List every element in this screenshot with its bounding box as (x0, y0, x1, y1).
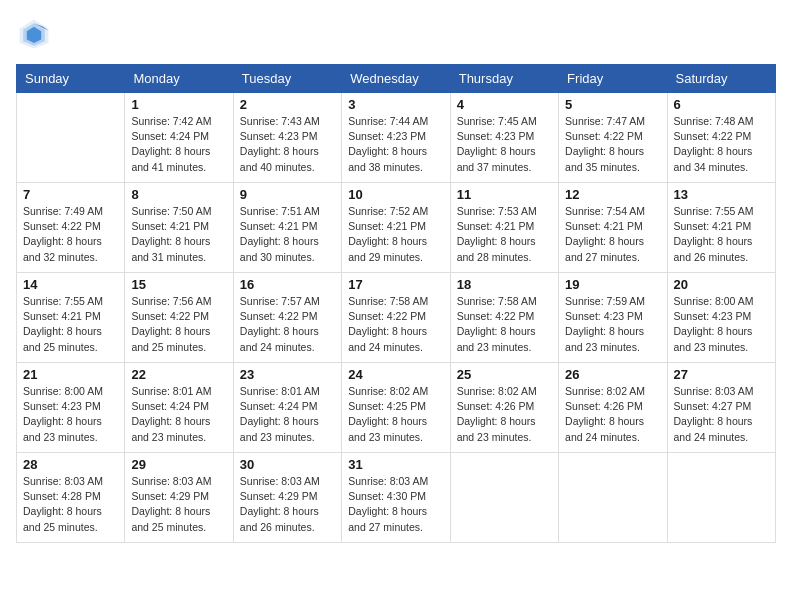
day-number: 3 (348, 97, 443, 112)
day-info: Sunrise: 8:00 AMSunset: 4:23 PMDaylight:… (674, 294, 769, 355)
day-number: 22 (131, 367, 226, 382)
day-number: 8 (131, 187, 226, 202)
day-number: 31 (348, 457, 443, 472)
day-number: 5 (565, 97, 660, 112)
day-info: Sunrise: 8:03 AMSunset: 4:29 PMDaylight:… (240, 474, 335, 535)
day-number: 4 (457, 97, 552, 112)
day-number: 14 (23, 277, 118, 292)
header-row: SundayMondayTuesdayWednesdayThursdayFrid… (17, 65, 776, 93)
day-cell: 17Sunrise: 7:58 AMSunset: 4:22 PMDayligh… (342, 273, 450, 363)
day-number: 13 (674, 187, 769, 202)
day-number: 11 (457, 187, 552, 202)
day-cell (17, 93, 125, 183)
day-number: 23 (240, 367, 335, 382)
calendar: SundayMondayTuesdayWednesdayThursdayFrid… (16, 64, 776, 543)
day-cell: 4Sunrise: 7:45 AMSunset: 4:23 PMDaylight… (450, 93, 558, 183)
day-info: Sunrise: 8:01 AMSunset: 4:24 PMDaylight:… (131, 384, 226, 445)
day-info: Sunrise: 8:03 AMSunset: 4:29 PMDaylight:… (131, 474, 226, 535)
day-number: 15 (131, 277, 226, 292)
day-cell: 1Sunrise: 7:42 AMSunset: 4:24 PMDaylight… (125, 93, 233, 183)
day-info: Sunrise: 7:45 AMSunset: 4:23 PMDaylight:… (457, 114, 552, 175)
day-number: 21 (23, 367, 118, 382)
day-info: Sunrise: 7:54 AMSunset: 4:21 PMDaylight:… (565, 204, 660, 265)
day-cell: 5Sunrise: 7:47 AMSunset: 4:22 PMDaylight… (559, 93, 667, 183)
day-number: 27 (674, 367, 769, 382)
day-info: Sunrise: 7:55 AMSunset: 4:21 PMDaylight:… (674, 204, 769, 265)
day-header-monday: Monday (125, 65, 233, 93)
day-number: 1 (131, 97, 226, 112)
day-info: Sunrise: 8:03 AMSunset: 4:27 PMDaylight:… (674, 384, 769, 445)
day-info: Sunrise: 7:44 AMSunset: 4:23 PMDaylight:… (348, 114, 443, 175)
day-cell: 23Sunrise: 8:01 AMSunset: 4:24 PMDayligh… (233, 363, 341, 453)
day-info: Sunrise: 7:51 AMSunset: 4:21 PMDaylight:… (240, 204, 335, 265)
day-number: 30 (240, 457, 335, 472)
day-number: 24 (348, 367, 443, 382)
day-info: Sunrise: 7:59 AMSunset: 4:23 PMDaylight:… (565, 294, 660, 355)
day-cell: 29Sunrise: 8:03 AMSunset: 4:29 PMDayligh… (125, 453, 233, 543)
day-cell: 12Sunrise: 7:54 AMSunset: 4:21 PMDayligh… (559, 183, 667, 273)
day-number: 28 (23, 457, 118, 472)
day-cell: 14Sunrise: 7:55 AMSunset: 4:21 PMDayligh… (17, 273, 125, 363)
day-info: Sunrise: 7:52 AMSunset: 4:21 PMDaylight:… (348, 204, 443, 265)
week-row-1: 1Sunrise: 7:42 AMSunset: 4:24 PMDaylight… (17, 93, 776, 183)
day-cell: 6Sunrise: 7:48 AMSunset: 4:22 PMDaylight… (667, 93, 775, 183)
day-info: Sunrise: 8:01 AMSunset: 4:24 PMDaylight:… (240, 384, 335, 445)
day-info: Sunrise: 7:50 AMSunset: 4:21 PMDaylight:… (131, 204, 226, 265)
day-number: 6 (674, 97, 769, 112)
day-info: Sunrise: 7:43 AMSunset: 4:23 PMDaylight:… (240, 114, 335, 175)
day-info: Sunrise: 8:02 AMSunset: 4:26 PMDaylight:… (565, 384, 660, 445)
day-number: 17 (348, 277, 443, 292)
week-row-4: 21Sunrise: 8:00 AMSunset: 4:23 PMDayligh… (17, 363, 776, 453)
day-cell: 9Sunrise: 7:51 AMSunset: 4:21 PMDaylight… (233, 183, 341, 273)
day-header-thursday: Thursday (450, 65, 558, 93)
day-info: Sunrise: 7:55 AMSunset: 4:21 PMDaylight:… (23, 294, 118, 355)
day-number: 20 (674, 277, 769, 292)
day-number: 7 (23, 187, 118, 202)
day-info: Sunrise: 7:57 AMSunset: 4:22 PMDaylight:… (240, 294, 335, 355)
day-info: Sunrise: 7:49 AMSunset: 4:22 PMDaylight:… (23, 204, 118, 265)
day-cell (450, 453, 558, 543)
day-cell: 27Sunrise: 8:03 AMSunset: 4:27 PMDayligh… (667, 363, 775, 453)
day-info: Sunrise: 7:42 AMSunset: 4:24 PMDaylight:… (131, 114, 226, 175)
logo (16, 16, 58, 52)
day-number: 25 (457, 367, 552, 382)
day-cell: 13Sunrise: 7:55 AMSunset: 4:21 PMDayligh… (667, 183, 775, 273)
day-number: 16 (240, 277, 335, 292)
day-cell: 28Sunrise: 8:03 AMSunset: 4:28 PMDayligh… (17, 453, 125, 543)
week-row-2: 7Sunrise: 7:49 AMSunset: 4:22 PMDaylight… (17, 183, 776, 273)
day-cell: 24Sunrise: 8:02 AMSunset: 4:25 PMDayligh… (342, 363, 450, 453)
logo-icon (16, 16, 52, 52)
day-header-sunday: Sunday (17, 65, 125, 93)
day-cell: 19Sunrise: 7:59 AMSunset: 4:23 PMDayligh… (559, 273, 667, 363)
day-cell: 25Sunrise: 8:02 AMSunset: 4:26 PMDayligh… (450, 363, 558, 453)
day-info: Sunrise: 7:53 AMSunset: 4:21 PMDaylight:… (457, 204, 552, 265)
day-info: Sunrise: 7:58 AMSunset: 4:22 PMDaylight:… (457, 294, 552, 355)
day-info: Sunrise: 7:48 AMSunset: 4:22 PMDaylight:… (674, 114, 769, 175)
day-cell: 22Sunrise: 8:01 AMSunset: 4:24 PMDayligh… (125, 363, 233, 453)
day-cell: 10Sunrise: 7:52 AMSunset: 4:21 PMDayligh… (342, 183, 450, 273)
week-row-5: 28Sunrise: 8:03 AMSunset: 4:28 PMDayligh… (17, 453, 776, 543)
day-cell: 7Sunrise: 7:49 AMSunset: 4:22 PMDaylight… (17, 183, 125, 273)
day-cell: 20Sunrise: 8:00 AMSunset: 4:23 PMDayligh… (667, 273, 775, 363)
day-cell: 11Sunrise: 7:53 AMSunset: 4:21 PMDayligh… (450, 183, 558, 273)
day-cell: 2Sunrise: 7:43 AMSunset: 4:23 PMDaylight… (233, 93, 341, 183)
day-cell: 26Sunrise: 8:02 AMSunset: 4:26 PMDayligh… (559, 363, 667, 453)
day-info: Sunrise: 8:03 AMSunset: 4:30 PMDaylight:… (348, 474, 443, 535)
day-info: Sunrise: 8:02 AMSunset: 4:25 PMDaylight:… (348, 384, 443, 445)
day-info: Sunrise: 7:58 AMSunset: 4:22 PMDaylight:… (348, 294, 443, 355)
day-info: Sunrise: 8:03 AMSunset: 4:28 PMDaylight:… (23, 474, 118, 535)
page-header (16, 16, 776, 52)
day-number: 26 (565, 367, 660, 382)
day-cell: 8Sunrise: 7:50 AMSunset: 4:21 PMDaylight… (125, 183, 233, 273)
day-header-wednesday: Wednesday (342, 65, 450, 93)
week-row-3: 14Sunrise: 7:55 AMSunset: 4:21 PMDayligh… (17, 273, 776, 363)
day-info: Sunrise: 7:47 AMSunset: 4:22 PMDaylight:… (565, 114, 660, 175)
day-cell (667, 453, 775, 543)
day-cell: 3Sunrise: 7:44 AMSunset: 4:23 PMDaylight… (342, 93, 450, 183)
day-info: Sunrise: 8:00 AMSunset: 4:23 PMDaylight:… (23, 384, 118, 445)
day-cell: 30Sunrise: 8:03 AMSunset: 4:29 PMDayligh… (233, 453, 341, 543)
day-cell: 18Sunrise: 7:58 AMSunset: 4:22 PMDayligh… (450, 273, 558, 363)
day-number: 29 (131, 457, 226, 472)
day-number: 9 (240, 187, 335, 202)
day-number: 19 (565, 277, 660, 292)
